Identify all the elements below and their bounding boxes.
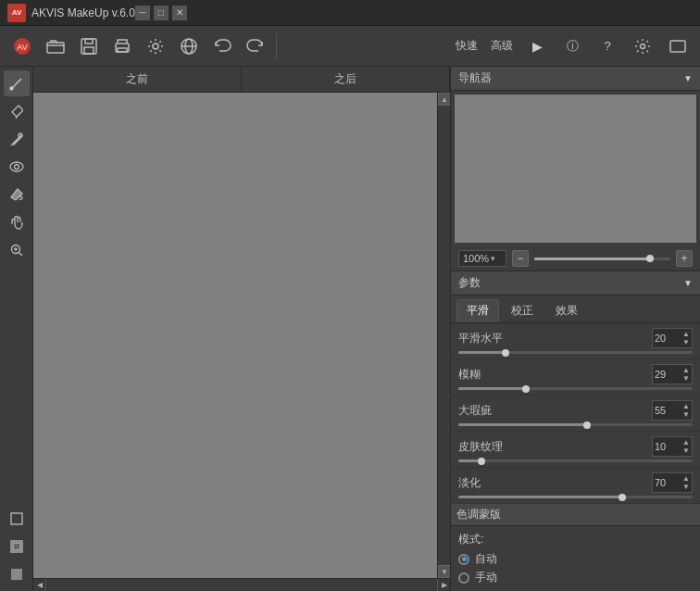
param-fade: 淡化 70 ▲ ▼	[451, 468, 700, 504]
toolbar-play-icon[interactable]: ▶	[520, 30, 554, 63]
navigator-header[interactable]: 导航器 ▼	[451, 67, 700, 91]
hand-tool[interactable]	[4, 209, 30, 235]
before-tab[interactable]: 之前	[33, 67, 242, 92]
scroll-left-btn[interactable]: ◀	[33, 579, 46, 591]
toolbar-info-icon[interactable]: ⓘ	[556, 30, 589, 63]
fade-spin[interactable]: ▲ ▼	[682, 474, 690, 491]
smooth-fill	[458, 351, 506, 354]
zoom-in-btn[interactable]: +	[676, 250, 693, 267]
vertical-scrollbar[interactable]: ▲ ▼	[437, 93, 450, 578]
maximize-button[interactable]: □	[154, 6, 169, 20]
toolbar-save-icon[interactable]	[72, 30, 106, 63]
zoom-tool[interactable]	[4, 237, 30, 263]
tab-correct[interactable]: 校正	[501, 299, 544, 322]
canvas-tabs: 之前 之后	[33, 67, 450, 93]
blemish-spin[interactable]: ▲ ▼	[682, 402, 690, 419]
spin-up-icon[interactable]: ▲	[682, 402, 690, 410]
fill-tool[interactable]	[4, 182, 30, 207]
param-texture-name: 皮肤纹理	[458, 439, 652, 455]
close-button[interactable]: ✕	[172, 6, 187, 20]
tone-mask-header[interactable]: 色调蒙版	[451, 504, 700, 526]
blemish-thumb	[583, 421, 591, 429]
dropper-tool[interactable]	[4, 126, 30, 152]
eye-tool[interactable]	[4, 154, 30, 180]
blemish-val: 55	[655, 405, 666, 416]
params-section: 参数 ▼ 平滑 校正 效果 平滑水平 20 ▲ ▼	[451, 271, 700, 591]
param-blur: 模糊 29 ▲ ▼	[451, 359, 700, 396]
svg-rect-26	[11, 569, 22, 580]
texture-spin[interactable]: ▲ ▼	[682, 438, 690, 455]
param-blur-value[interactable]: 29 ▲ ▼	[652, 364, 693, 384]
toolbar-settings-icon[interactable]	[139, 30, 172, 63]
rect-select-tool[interactable]	[4, 506, 30, 532]
pen-tool[interactable]	[4, 98, 30, 124]
param-blemish-value[interactable]: 55 ▲ ▼	[652, 400, 693, 421]
param-texture-value[interactable]: 10 ▲ ▼	[652, 436, 693, 457]
transform-tool[interactable]	[4, 534, 30, 560]
scroll-up-btn[interactable]: ▲	[438, 93, 450, 106]
zoom-dropdown-icon[interactable]: ▾	[491, 254, 495, 263]
spin-down-icon[interactable]: ▼	[682, 374, 690, 383]
param-smooth-value[interactable]: 20 ▲ ▼	[652, 328, 693, 348]
smooth-slider[interactable]	[458, 351, 693, 354]
minimize-button[interactable]: ─	[135, 6, 150, 20]
toolbar-web-icon[interactable]	[172, 30, 206, 63]
svg-rect-5	[84, 47, 94, 54]
toolbar-file-icon[interactable]: AV	[6, 30, 39, 63]
toolbar: AV 快速 高级 ▶ ⓘ ?	[0, 26, 700, 67]
smooth-spin[interactable]: ▲ ▼	[682, 330, 690, 346]
spin-up-icon[interactable]: ▲	[682, 366, 690, 374]
advanced-mode-label[interactable]: 高级	[485, 38, 519, 54]
blemish-fill	[458, 423, 587, 426]
manual-radio[interactable]	[458, 572, 469, 584]
toolbar-print-icon[interactable]	[106, 30, 139, 63]
quick-mode-label[interactable]: 快速	[450, 38, 483, 54]
toolbar-redo-icon[interactable]	[239, 30, 272, 63]
auto-radio[interactable]	[458, 554, 469, 565]
toolbar-gear-icon[interactable]	[626, 30, 659, 63]
spin-up-icon[interactable]: ▲	[682, 474, 690, 483]
zoom-out-btn[interactable]: −	[512, 250, 529, 267]
scroll-thumb[interactable]	[438, 106, 450, 565]
right-panel: 导航器 ▼ 100% ▾ − + 参数 ▼	[450, 67, 700, 591]
tab-effect[interactable]: 效果	[545, 299, 588, 322]
zoom-slider[interactable]	[534, 258, 670, 260]
texture-val: 10	[655, 441, 666, 452]
scroll-down-btn[interactable]: ▼	[438, 565, 450, 578]
tab-smooth[interactable]: 平滑	[456, 299, 499, 322]
mode-label: 模式:	[458, 532, 693, 547]
blur-slider[interactable]	[458, 387, 693, 390]
spin-down-icon[interactable]: ▼	[682, 446, 690, 455]
h-scroll-thumb[interactable]	[46, 579, 437, 591]
params-header[interactable]: 参数 ▼	[451, 271, 700, 296]
app-logo: AV	[7, 4, 26, 22]
fade-slider[interactable]	[458, 496, 693, 498]
toolbar-help-icon[interactable]: ?	[591, 30, 624, 63]
spin-up-icon[interactable]: ▲	[682, 330, 690, 338]
blur-spin[interactable]: ▲ ▼	[682, 366, 690, 383]
canvas-image[interactable]	[33, 93, 437, 578]
black-rect-tool[interactable]	[4, 561, 30, 587]
param-blur-name: 模糊	[458, 367, 652, 383]
blur-val: 29	[655, 369, 666, 380]
brush-tool[interactable]	[4, 70, 30, 96]
toolbar-right: 快速 高级 ▶ ⓘ ?	[450, 30, 694, 63]
spin-down-icon[interactable]: ▼	[682, 410, 690, 419]
blemish-slider[interactable]	[458, 423, 693, 426]
svg-point-17	[10, 162, 23, 171]
zoom-display[interactable]: 100% ▾	[458, 250, 506, 267]
scroll-right-btn[interactable]: ▶	[437, 579, 450, 591]
spin-down-icon[interactable]: ▼	[682, 483, 690, 491]
zoom-slider-thumb	[646, 255, 654, 262]
texture-slider[interactable]	[458, 459, 693, 462]
toolbar-undo-icon[interactable]	[206, 30, 239, 63]
spin-down-icon[interactable]: ▼	[682, 338, 690, 346]
after-tab[interactable]: 之后	[242, 67, 450, 92]
param-fade-value[interactable]: 70 ▲ ▼	[652, 472, 693, 493]
spin-up-icon[interactable]: ▲	[682, 438, 690, 446]
toolbar-screen-icon[interactable]	[661, 30, 694, 63]
svg-line-15	[16, 117, 17, 119]
svg-point-18	[14, 165, 19, 170]
toolbar-open-icon[interactable]	[39, 30, 72, 63]
fade-fill	[458, 496, 622, 498]
